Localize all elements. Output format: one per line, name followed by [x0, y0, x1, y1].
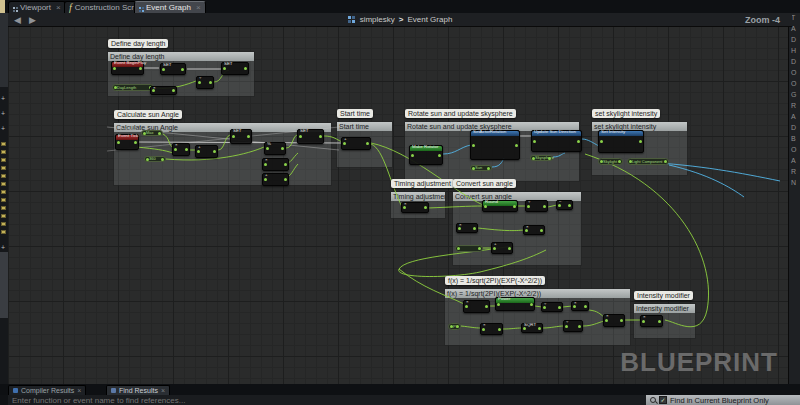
pin-r[interactable]: [530, 303, 533, 306]
pin-r[interactable]: [487, 167, 490, 170]
pin-r[interactable]: [319, 135, 322, 138]
pin-l[interactable]: [450, 325, 453, 328]
pin-r[interactable]: [456, 325, 459, 328]
tab-viewport[interactable]: Viewport ×: [8, 1, 66, 13]
pin-l[interactable]: [143, 132, 146, 135]
tab-compiler-results[interactable]: Compiler Results ×: [8, 385, 86, 395]
pin-r[interactable]: [548, 157, 551, 160]
find-references-input[interactable]: [8, 395, 646, 405]
forward-arrow-icon[interactable]: ▶: [29, 15, 36, 25]
variable-icon[interactable]: [1, 230, 6, 234]
pin-r[interactable]: [540, 229, 543, 232]
pin-r[interactable]: [281, 147, 284, 150]
close-icon[interactable]: ×: [161, 387, 165, 394]
math-node[interactable]: ×: [603, 314, 625, 327]
pin-l[interactable]: [629, 160, 632, 163]
breadcrumb-current[interactable]: Event Graph: [407, 15, 452, 24]
math-node[interactable]: ÷: [541, 302, 563, 312]
pin-l[interactable]: [527, 205, 530, 208]
pin-l[interactable]: [174, 148, 177, 151]
set-node[interactable]: SET: [221, 62, 249, 75]
pin-r[interactable]: [664, 160, 667, 163]
find-in-blueprint-checkbox[interactable]: ✓: [659, 396, 667, 404]
pin-r[interactable]: [543, 205, 546, 208]
variable-pill[interactable]: [455, 245, 483, 252]
pin-r[interactable]: [172, 89, 175, 92]
pin-r[interactable]: [508, 247, 511, 250]
math-node[interactable]: +: [341, 137, 371, 150]
pin-r[interactable]: [478, 247, 481, 250]
tab-find-results[interactable]: Find Results ×: [106, 385, 170, 395]
power-node[interactable]: Power: [495, 297, 535, 311]
set-intensity-node[interactable]: Set Intensity: [598, 130, 644, 153]
pin-l[interactable]: [472, 167, 475, 170]
pin-l[interactable]: [198, 81, 201, 84]
pin-r[interactable]: [568, 204, 571, 207]
pin-r[interactable]: [513, 205, 516, 208]
variable-pill[interactable]: Max: [141, 130, 163, 136]
pin-l[interactable]: [117, 141, 120, 144]
pin-l[interactable]: [146, 158, 149, 161]
pin-l[interactable]: [465, 305, 468, 308]
variable-icon[interactable]: [1, 190, 6, 194]
pin-l[interactable]: [472, 144, 475, 147]
set-node[interactable]: SET: [230, 129, 252, 144]
pin-l[interactable]: [642, 320, 645, 323]
pin-r[interactable]: [213, 150, 216, 153]
variable-pill[interactable]: DayLength: [112, 84, 154, 91]
event-tick-node[interactable]: Event Tick: [115, 134, 139, 150]
pin-r[interactable]: [181, 68, 184, 71]
pin-r[interactable]: [639, 140, 642, 143]
pin-l[interactable]: [484, 205, 487, 208]
back-arrow-icon[interactable]: ◀: [14, 15, 21, 25]
pin-r[interactable]: [247, 135, 250, 138]
math-node[interactable]: ×: [463, 300, 490, 313]
find-in-blueprint-option[interactable]: ✓ Find in Current Blueprint Only: [646, 395, 800, 405]
pin-l[interactable]: [558, 204, 561, 207]
math-node[interactable]: +: [195, 145, 218, 158]
pin-l[interactable]: [162, 68, 165, 71]
math-node[interactable]: ÷: [525, 200, 548, 212]
pin-r[interactable]: [158, 132, 161, 135]
variable-icon[interactable]: [1, 142, 6, 146]
pin-r[interactable]: [244, 67, 247, 70]
pin-l[interactable]: [533, 140, 536, 143]
sqrt-node[interactable]: SQRT: [521, 323, 543, 333]
math-node[interactable]: −: [556, 200, 573, 210]
variable-pill[interactable]: Skylight: [598, 158, 623, 165]
math-node[interactable]: ×: [523, 225, 545, 235]
pin-l[interactable]: [565, 325, 568, 328]
graph-canvas[interactable]: BLUEPRINT Define day lengthDefine day le…: [8, 26, 788, 384]
make-rotator-node[interactable]: Make Rotator: [409, 145, 443, 165]
breadcrumb-root[interactable]: simplesky: [360, 15, 395, 24]
set-node[interactable]: SET: [160, 63, 186, 75]
pin-l[interactable]: [457, 247, 460, 250]
pin-l[interactable]: [600, 160, 603, 163]
pin-r[interactable]: [538, 327, 541, 330]
pin-r[interactable]: [284, 163, 287, 166]
close-icon[interactable]: ×: [56, 3, 61, 12]
math-node[interactable]: ×: [480, 323, 503, 335]
pin-r[interactable]: [424, 206, 427, 209]
pin-r[interactable]: [438, 154, 441, 157]
pin-l[interactable]: [114, 86, 117, 89]
add-icon[interactable]: +: [1, 95, 5, 102]
pin-l[interactable]: [232, 135, 235, 138]
pin-l[interactable]: [525, 229, 528, 232]
pin-r[interactable]: [515, 144, 518, 147]
set-node[interactable]: SET: [297, 129, 324, 144]
pin-l[interactable]: [543, 306, 546, 309]
pin-r[interactable]: [284, 178, 287, 181]
pin-l[interactable]: [532, 157, 535, 160]
add-icon[interactable]: +: [1, 244, 5, 251]
pin-l[interactable]: [266, 147, 269, 150]
variable-icon[interactable]: [1, 174, 6, 178]
pin-r[interactable]: [498, 328, 501, 331]
variable-icon[interactable]: [1, 166, 6, 170]
close-icon[interactable]: ×: [77, 387, 81, 394]
pin-l[interactable]: [573, 305, 576, 308]
math-node[interactable]: ×: [172, 143, 190, 156]
pin-r[interactable]: [473, 227, 476, 230]
math-node[interactable]: ×: [640, 315, 663, 327]
pin-l[interactable]: [403, 206, 406, 209]
